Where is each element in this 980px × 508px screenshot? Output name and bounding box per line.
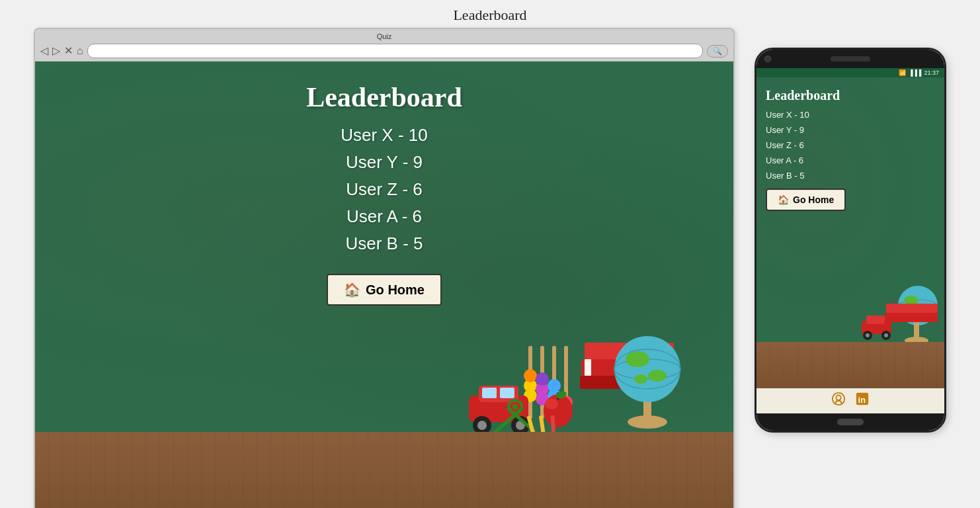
phone-home-btn[interactable] xyxy=(837,419,864,425)
phone-go-home-button[interactable]: 🏠 Go Home xyxy=(766,189,846,211)
phone-desk xyxy=(756,342,944,388)
svg-point-9 xyxy=(626,351,649,367)
list-item: User B - 5 xyxy=(341,233,428,254)
phone-list-item: User X - 10 xyxy=(766,110,935,120)
svg-rect-57 xyxy=(866,316,885,324)
svg-point-53 xyxy=(905,337,928,342)
svg-point-23 xyxy=(548,379,561,392)
svg-point-62 xyxy=(833,393,844,405)
phone-list-item: User B - 5 xyxy=(766,171,935,181)
svg-point-63 xyxy=(836,396,840,400)
svg-point-28 xyxy=(477,421,487,430)
chalkboard: Leaderboard User X - 10 User Y - 9 User … xyxy=(35,62,733,432)
address-bar[interactable] xyxy=(87,44,703,58)
wifi-icon: 📶 xyxy=(899,69,906,76)
search-button[interactable]: 🔍 xyxy=(707,45,728,58)
svg-point-59 xyxy=(866,333,870,337)
phone-github-icon[interactable] xyxy=(831,392,846,410)
phone-chalkboard: Leaderboard User X - 10 User Y - 9 User … xyxy=(756,77,944,342)
forward-button[interactable]: ▷ xyxy=(52,46,60,56)
signal-icon: ▐▐▐ xyxy=(909,69,921,76)
phone-top-bar xyxy=(756,50,944,68)
desk-area xyxy=(35,432,733,508)
home-icon: 🏠 xyxy=(344,282,360,298)
svg-rect-31 xyxy=(482,388,497,398)
back-button[interactable]: ◁ xyxy=(40,46,48,56)
browser-window: Quiz ◁ ▷ ✕ ⌂ 🔍 Leaderboard User X - 10 U… xyxy=(34,28,735,508)
leaderboard-title: Leaderboard xyxy=(306,81,462,113)
go-home-button[interactable]: 🏠 Go Home xyxy=(327,274,442,306)
svg-rect-55 xyxy=(886,304,938,313)
page-title: Leaderboard xyxy=(0,0,980,28)
phone-leaderboard-title: Leaderboard xyxy=(766,88,935,103)
list-item: User Z - 6 xyxy=(341,179,428,200)
svg-point-6 xyxy=(614,336,680,402)
svg-point-50 xyxy=(904,296,919,305)
phone-go-home-label: Go Home xyxy=(793,194,834,205)
list-item: User X - 10 xyxy=(341,125,428,146)
svg-rect-3 xyxy=(585,359,591,376)
svg-rect-41 xyxy=(526,415,540,432)
home-button[interactable]: ⌂ xyxy=(77,46,83,56)
phone-list-item: User Z - 6 xyxy=(766,140,935,150)
svg-point-40 xyxy=(512,404,518,409)
phone-camera xyxy=(764,56,771,62)
phone-leaderboard-list: User X - 10 User Y - 9 User Z - 6 User A… xyxy=(766,110,935,181)
phone-list-item: User A - 6 xyxy=(766,155,935,165)
phone-status-bar: 📶 ▐▐▐ 21:37 xyxy=(756,68,944,77)
svg-point-11 xyxy=(634,374,647,384)
browser-toolbar: Quiz ◁ ▷ ✕ ⌂ 🔍 xyxy=(35,29,733,62)
phone-speaker xyxy=(831,56,870,62)
svg-rect-54 xyxy=(885,312,938,322)
svg-point-34 xyxy=(545,399,558,409)
phone-wrapper: 📶 ▐▐▐ 21:37 Leaderboard User X - 10 User… xyxy=(755,48,946,433)
phone-footer: in xyxy=(756,388,944,413)
svg-point-61 xyxy=(884,333,888,337)
phone-home-icon: 🏠 xyxy=(778,194,789,205)
svg-point-10 xyxy=(648,370,667,382)
phone-device: 📶 ▐▐▐ 21:37 Leaderboard User X - 10 User… xyxy=(755,48,946,433)
time-display: 21:37 xyxy=(924,69,939,76)
list-item: User Y - 9 xyxy=(341,152,428,173)
svg-point-18 xyxy=(524,369,537,382)
svg-point-21 xyxy=(536,372,549,386)
leaderboard-list: User X - 10 User Y - 9 User Z - 6 User A… xyxy=(341,125,428,261)
phone-linkedin-icon[interactable]: in xyxy=(855,392,870,410)
list-item: User A - 6 xyxy=(341,206,428,227)
browser-tab[interactable]: Quiz xyxy=(40,32,728,41)
svg-rect-32 xyxy=(500,388,514,398)
go-home-label: Go Home xyxy=(366,282,425,298)
svg-text:in: in xyxy=(858,395,866,405)
close-button[interactable]: ✕ xyxy=(64,46,73,56)
phone-bottom-bar xyxy=(756,413,944,431)
phone-list-item: User Y - 9 xyxy=(766,125,935,135)
